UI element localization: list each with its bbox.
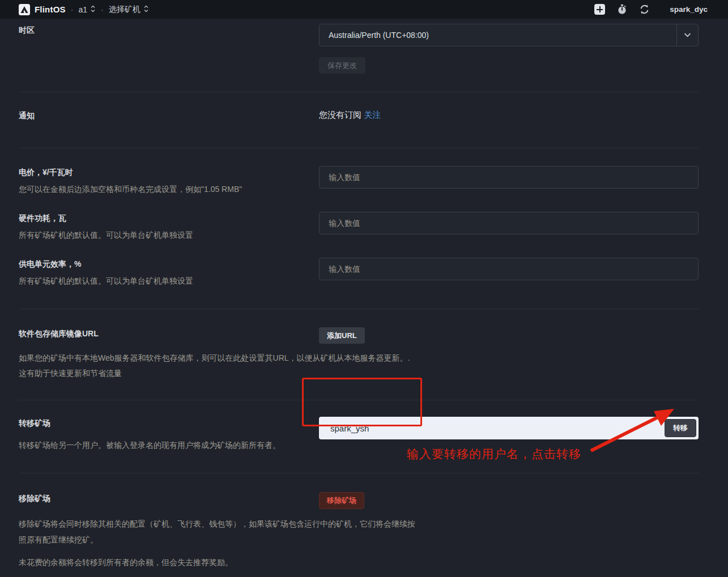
plus-icon (594, 4, 605, 15)
timer-button[interactable] (617, 4, 627, 15)
add-url-button[interactable]: 添加URL (319, 327, 365, 344)
save-changes-button[interactable]: 保存更改 (319, 57, 365, 74)
worker-selector[interactable]: 选择矿机 (109, 5, 149, 15)
remove-farm-button[interactable]: 移除矿场 (319, 492, 364, 509)
subscription-status: 您没有订阅 (319, 110, 361, 119)
refresh-icon (639, 4, 650, 15)
electricity-description: 您可以在金额后边添加空格和币种名完成设置，例如"1.05 RMB" (19, 183, 319, 195)
power-label: 硬件功耗，瓦 (19, 212, 319, 224)
psu-row: 供电单元效率，% 所有矿场矿机的默认值。可以为单台矿机单独设置 (19, 258, 699, 287)
transfer-username-input[interactable]: spark_ysh 转移 (319, 417, 699, 439)
timezone-select-value: Australia/Perth (UTC+08:00) (320, 31, 676, 40)
add-button[interactable] (594, 4, 605, 15)
mirror-url-description: 如果您的矿场中有本地Web服务器和软件包存储库，则可以在此处设置其URL，以便从… (19, 351, 415, 381)
section-remove-farm: 移除矿场 移除矿场 移除矿场将会同时移除其相关的配置（矿机、飞行表、钱包等），如… (19, 473, 699, 577)
chevron-down-icon (676, 24, 698, 46)
breadcrumb-separator: · (71, 5, 74, 14)
section-notifications: 通知 您没有订阅 关注 (19, 92, 699, 148)
mirror-url-label: 软件包存储库镜像URL (19, 327, 319, 339)
subscribe-link[interactable]: 关注 (364, 110, 381, 119)
electricity-row: 电价，¥/千瓦时 您可以在金额后边添加空格和币种名完成设置，例如"1.05 RM… (19, 166, 699, 195)
remove-farm-paragraph-2: 未花费的余额将会转移到所有者的余额，但会失去推荐奖励。 (19, 554, 415, 570)
psu-efficiency-input[interactable] (319, 258, 699, 280)
section-farm-values: 电价，¥/千瓦时 您可以在金额后边添加空格和币种名完成设置，例如"1.05 RM… (19, 148, 699, 309)
transfer-farm-description: 转移矿场给另一个用户。被输入登录名的现有用户将成为矿场的新所有者。 (19, 439, 319, 451)
power-row: 硬件功耗，瓦 所有矿场矿机的默认值。可以为单台矿机单独设置 (19, 212, 699, 241)
section-timezone: 时区 Australia/Perth (UTC+08:00) 保存更改 (19, 19, 699, 92)
remove-farm-paragraph-1: 移除矿场将会同时移除其相关的配置（矿机、飞行表、钱包等），如果该矿场包含运行中的… (19, 516, 415, 548)
transfer-username-value: spark_ysh (319, 424, 369, 433)
electricity-label: 电价，¥/千瓦时 (19, 166, 319, 178)
chevron-updown-icon (90, 5, 96, 15)
power-description: 所有矿场矿机的默认值。可以为单台矿机单独设置 (19, 229, 319, 241)
settings-page: 时区 Australia/Perth (UTC+08:00) 保存更改 通知 您… (0, 19, 728, 577)
psu-label: 供电单元效率，% (19, 258, 319, 270)
electricity-price-input[interactable] (319, 166, 699, 189)
timezone-label: 时区 (19, 24, 319, 36)
breadcrumb-separator: · (101, 5, 104, 14)
timezone-select[interactable]: Australia/Perth (UTC+08:00) (319, 24, 699, 46)
app-title: FlintOS (35, 5, 66, 14)
transfer-button[interactable]: 转移 (665, 419, 696, 437)
hardware-power-input[interactable] (319, 212, 699, 234)
farm-selector-label: a1 (78, 5, 87, 14)
username[interactable]: spark_dyc (670, 5, 708, 14)
refresh-button[interactable] (639, 4, 650, 15)
farm-selector[interactable]: a1 (78, 5, 96, 15)
remove-farm-label: 移除矿场 (19, 492, 319, 504)
notifications-label: 通知 (19, 109, 319, 121)
worker-selector-label: 选择矿机 (109, 5, 141, 15)
psu-description: 所有矿场矿机的默认值。可以为单台矿机单独设置 (19, 275, 319, 287)
stopwatch-icon (617, 4, 627, 15)
transfer-farm-label: 转移矿场 (19, 417, 319, 429)
chevron-updown-icon (143, 5, 149, 15)
brand: FlintOS (19, 4, 66, 15)
topbar: FlintOS · a1 · 选择矿机 (0, 0, 728, 19)
section-transfer-farm: 转移矿场 转移矿场给另一个用户。被输入登录名的现有用户将成为矿场的新所有者。 s… (19, 400, 699, 473)
flintos-logo-icon (19, 4, 30, 15)
section-mirror-url: 软件包存储库镜像URL 添加URL 如果您的矿场中有本地Web服务器和软件包存储… (19, 309, 699, 400)
